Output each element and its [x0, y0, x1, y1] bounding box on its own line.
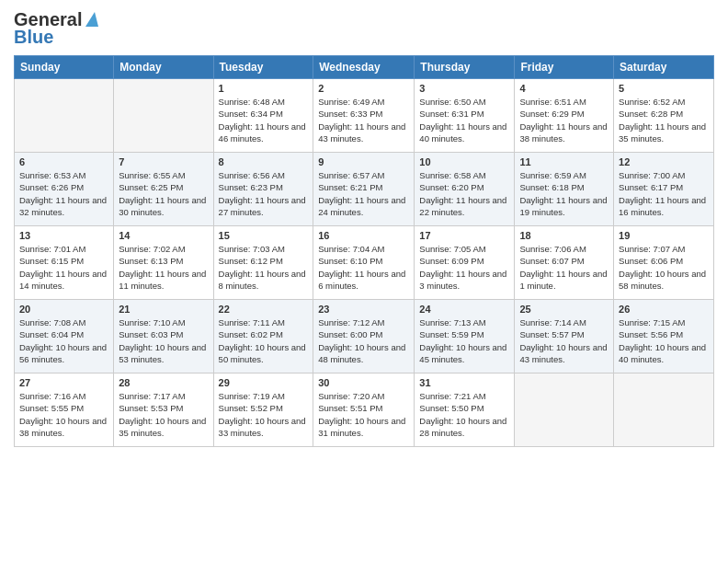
week-row-2: 6Sunrise: 6:53 AM Sunset: 6:26 PM Daylig…	[15, 153, 714, 226]
day-number: 16	[318, 230, 409, 241]
week-row-5: 27Sunrise: 7:16 AM Sunset: 5:55 PM Dayli…	[15, 373, 714, 447]
day-info: Sunrise: 6:58 AM Sunset: 6:20 PM Dayligh…	[419, 169, 509, 218]
day-cell-2: 2Sunrise: 6:49 AM Sunset: 6:33 PM Daylig…	[313, 79, 415, 153]
weekday-header-saturday: Saturday	[614, 56, 714, 79]
day-info: Sunrise: 6:50 AM Sunset: 6:31 PM Dayligh…	[419, 96, 509, 144]
empty-cell	[614, 373, 714, 447]
day-info: Sunrise: 6:53 AM Sunset: 6:26 PM Dayligh…	[19, 169, 108, 218]
day-number: 26	[619, 304, 709, 315]
day-info: Sunrise: 7:02 AM Sunset: 6:13 PM Dayligh…	[119, 243, 208, 292]
day-info: Sunrise: 7:04 AM Sunset: 6:10 PM Dayligh…	[318, 243, 409, 292]
day-number: 3	[419, 83, 509, 94]
day-number: 10	[419, 156, 509, 167]
week-row-3: 13Sunrise: 7:01 AM Sunset: 6:15 PM Dayli…	[15, 226, 714, 300]
day-number: 25	[519, 304, 609, 315]
day-cell-22: 22Sunrise: 7:11 AM Sunset: 6:02 PM Dayli…	[213, 300, 313, 373]
day-number: 9	[318, 156, 409, 167]
day-cell-26: 26Sunrise: 7:15 AM Sunset: 5:56 PM Dayli…	[614, 300, 714, 373]
day-info: Sunrise: 7:17 AM Sunset: 5:53 PM Dayligh…	[119, 390, 208, 439]
day-cell-31: 31Sunrise: 7:21 AM Sunset: 5:50 PM Dayli…	[415, 373, 515, 447]
day-number: 31	[419, 377, 509, 388]
day-info: Sunrise: 6:56 AM Sunset: 6:23 PM Dayligh…	[219, 169, 309, 218]
day-info: Sunrise: 6:57 AM Sunset: 6:21 PM Dayligh…	[318, 169, 409, 218]
day-cell-1: 1Sunrise: 6:48 AM Sunset: 6:34 PM Daylig…	[213, 79, 313, 153]
day-number: 14	[119, 230, 208, 241]
day-cell-10: 10Sunrise: 6:58 AM Sunset: 6:20 PM Dayli…	[415, 153, 515, 226]
day-number: 23	[318, 304, 409, 315]
day-info: Sunrise: 6:55 AM Sunset: 6:25 PM Dayligh…	[119, 169, 208, 218]
empty-cell	[515, 373, 614, 447]
day-info: Sunrise: 7:14 AM Sunset: 5:57 PM Dayligh…	[519, 316, 609, 365]
weekday-header-row: SundayMondayTuesdayWednesdayThursdayFrid…	[15, 56, 714, 79]
day-info: Sunrise: 7:13 AM Sunset: 5:59 PM Dayligh…	[419, 316, 509, 365]
day-info: Sunrise: 7:16 AM Sunset: 5:55 PM Dayligh…	[19, 390, 108, 439]
day-number: 19	[619, 230, 709, 241]
logo-blue: Blue	[14, 27, 53, 48]
day-cell-3: 3Sunrise: 6:50 AM Sunset: 6:31 PM Daylig…	[415, 79, 515, 153]
day-info: Sunrise: 7:01 AM Sunset: 6:15 PM Dayligh…	[19, 243, 108, 292]
day-cell-17: 17Sunrise: 7:05 AM Sunset: 6:09 PM Dayli…	[415, 226, 515, 300]
logo: General Blue	[14, 9, 98, 48]
day-cell-15: 15Sunrise: 7:03 AM Sunset: 6:12 PM Dayli…	[213, 226, 313, 300]
day-info: Sunrise: 7:21 AM Sunset: 5:50 PM Dayligh…	[419, 390, 509, 439]
day-cell-20: 20Sunrise: 7:08 AM Sunset: 6:04 PM Dayli…	[15, 300, 114, 373]
week-row-4: 20Sunrise: 7:08 AM Sunset: 6:04 PM Dayli…	[15, 300, 714, 373]
weekday-header-sunday: Sunday	[15, 56, 114, 79]
day-info: Sunrise: 6:49 AM Sunset: 6:33 PM Dayligh…	[318, 96, 409, 144]
day-info: Sunrise: 7:06 AM Sunset: 6:07 PM Dayligh…	[519, 243, 609, 292]
day-cell-27: 27Sunrise: 7:16 AM Sunset: 5:55 PM Dayli…	[15, 373, 114, 447]
day-info: Sunrise: 6:59 AM Sunset: 6:18 PM Dayligh…	[519, 169, 609, 218]
day-number: 21	[119, 304, 208, 315]
day-info: Sunrise: 6:48 AM Sunset: 6:34 PM Dayligh…	[219, 96, 309, 144]
day-number: 1	[219, 83, 309, 94]
day-cell-25: 25Sunrise: 7:14 AM Sunset: 5:57 PM Dayli…	[515, 300, 614, 373]
day-info: Sunrise: 7:00 AM Sunset: 6:17 PM Dayligh…	[619, 169, 709, 218]
weekday-header-tuesday: Tuesday	[213, 56, 313, 79]
day-cell-13: 13Sunrise: 7:01 AM Sunset: 6:15 PM Dayli…	[15, 226, 114, 300]
day-number: 2	[318, 83, 409, 94]
day-cell-5: 5Sunrise: 6:52 AM Sunset: 6:28 PM Daylig…	[614, 79, 714, 153]
day-info: Sunrise: 7:08 AM Sunset: 6:04 PM Dayligh…	[19, 316, 108, 365]
day-number: 28	[119, 377, 208, 388]
day-cell-12: 12Sunrise: 7:00 AM Sunset: 6:17 PM Dayli…	[614, 153, 714, 226]
day-info: Sunrise: 7:07 AM Sunset: 6:06 PM Dayligh…	[619, 243, 709, 292]
day-number: 11	[519, 156, 609, 167]
day-cell-28: 28Sunrise: 7:17 AM Sunset: 5:53 PM Dayli…	[114, 373, 213, 447]
weekday-header-wednesday: Wednesday	[313, 56, 415, 79]
day-cell-30: 30Sunrise: 7:20 AM Sunset: 5:51 PM Dayli…	[313, 373, 415, 447]
day-number: 29	[219, 377, 309, 388]
weekday-header-thursday: Thursday	[415, 56, 515, 79]
day-info: Sunrise: 7:12 AM Sunset: 6:00 PM Dayligh…	[318, 316, 409, 365]
day-cell-16: 16Sunrise: 7:04 AM Sunset: 6:10 PM Dayli…	[313, 226, 415, 300]
empty-cell	[114, 79, 213, 153]
page: General Blue SundayMondayTuesdayWednesda…	[0, 0, 728, 563]
day-number: 22	[219, 304, 309, 315]
day-cell-14: 14Sunrise: 7:02 AM Sunset: 6:13 PM Dayli…	[114, 226, 213, 300]
day-number: 8	[219, 156, 309, 167]
week-row-1: 1Sunrise: 6:48 AM Sunset: 6:34 PM Daylig…	[15, 79, 714, 153]
day-cell-6: 6Sunrise: 6:53 AM Sunset: 6:26 PM Daylig…	[15, 153, 114, 226]
day-number: 18	[519, 230, 609, 241]
day-number: 6	[19, 156, 108, 167]
day-cell-29: 29Sunrise: 7:19 AM Sunset: 5:52 PM Dayli…	[213, 373, 313, 447]
day-number: 27	[19, 377, 108, 388]
day-cell-8: 8Sunrise: 6:56 AM Sunset: 6:23 PM Daylig…	[213, 153, 313, 226]
day-cell-9: 9Sunrise: 6:57 AM Sunset: 6:21 PM Daylig…	[313, 153, 415, 226]
day-info: Sunrise: 6:51 AM Sunset: 6:29 PM Dayligh…	[519, 96, 609, 144]
day-number: 13	[19, 230, 108, 241]
day-cell-23: 23Sunrise: 7:12 AM Sunset: 6:00 PM Dayli…	[313, 300, 415, 373]
day-number: 5	[619, 83, 709, 94]
day-number: 15	[219, 230, 309, 241]
day-info: Sunrise: 7:03 AM Sunset: 6:12 PM Dayligh…	[219, 243, 309, 292]
day-cell-11: 11Sunrise: 6:59 AM Sunset: 6:18 PM Dayli…	[515, 153, 614, 226]
day-number: 7	[119, 156, 208, 167]
day-cell-21: 21Sunrise: 7:10 AM Sunset: 6:03 PM Dayli…	[114, 300, 213, 373]
weekday-header-friday: Friday	[515, 56, 614, 79]
day-number: 4	[519, 83, 609, 94]
logo-triangle-icon	[85, 12, 98, 27]
day-number: 30	[318, 377, 409, 388]
day-cell-19: 19Sunrise: 7:07 AM Sunset: 6:06 PM Dayli…	[614, 226, 714, 300]
day-number: 20	[19, 304, 108, 315]
header: General Blue	[14, 9, 714, 48]
day-cell-24: 24Sunrise: 7:13 AM Sunset: 5:59 PM Dayli…	[415, 300, 515, 373]
